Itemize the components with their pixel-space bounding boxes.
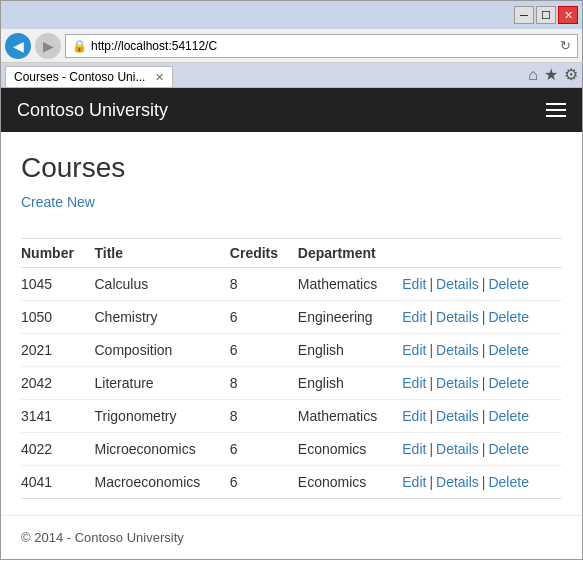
delete-link[interactable]: Delete [488, 474, 528, 490]
action-separator: | [429, 342, 433, 358]
brand-label: Contoso University [17, 100, 168, 121]
cell-actions: Edit | Details | Delete [402, 301, 562, 334]
window-controls: ─ ☐ ✕ [514, 6, 578, 24]
cell-actions: Edit | Details | Delete [402, 268, 562, 301]
action-separator: | [482, 441, 486, 457]
delete-link[interactable]: Delete [488, 276, 528, 292]
details-link[interactable]: Details [436, 408, 479, 424]
cell-department: Economics [298, 433, 402, 466]
cell-number: 2042 [21, 367, 95, 400]
col-header-number: Number [21, 239, 95, 268]
edit-link[interactable]: Edit [402, 441, 426, 457]
edit-link[interactable]: Edit [402, 342, 426, 358]
cell-credits: 8 [230, 367, 298, 400]
table-row: 1045Calculus8MathematicsEdit | Details |… [21, 268, 562, 301]
delete-link[interactable]: Delete [488, 309, 528, 325]
cell-department: Engineering [298, 301, 402, 334]
edit-link[interactable]: Edit [402, 309, 426, 325]
cell-actions: Edit | Details | Delete [402, 400, 562, 433]
table-row: 1050Chemistry6EngineeringEdit | Details … [21, 301, 562, 334]
cell-actions: Edit | Details | Delete [402, 433, 562, 466]
cell-number: 3141 [21, 400, 95, 433]
action-separator: | [482, 408, 486, 424]
action-separator: | [482, 276, 486, 292]
edit-link[interactable]: Edit [402, 474, 426, 490]
favorites-icon[interactable]: ★ [544, 65, 558, 84]
cell-title: Composition [95, 334, 230, 367]
details-link[interactable]: Details [436, 276, 479, 292]
cell-number: 4022 [21, 433, 95, 466]
create-new-link[interactable]: Create New [21, 194, 95, 210]
details-link[interactable]: Details [436, 375, 479, 391]
delete-link[interactable]: Delete [488, 408, 528, 424]
tab-bar: Courses - Contoso Uni... ✕ ⌂ ★ ⚙ [1, 63, 582, 88]
delete-link[interactable]: Delete [488, 441, 528, 457]
details-link[interactable]: Details [436, 474, 479, 490]
cell-department: Mathematics [298, 400, 402, 433]
refresh-icon[interactable]: ↻ [560, 38, 571, 53]
menu-button[interactable] [546, 103, 566, 117]
courses-table: Number Title Credits Department 1045Calc… [21, 238, 562, 499]
cell-actions: Edit | Details | Delete [402, 334, 562, 367]
action-separator: | [482, 474, 486, 490]
action-separator: | [482, 309, 486, 325]
cell-credits: 6 [230, 433, 298, 466]
browser-toolbar: ◀ ▶ 🔒 ↻ [1, 29, 582, 63]
maximize-button[interactable]: ☐ [536, 6, 556, 24]
home-icon[interactable]: ⌂ [528, 66, 538, 84]
cell-department: Economics [298, 466, 402, 499]
address-bar[interactable]: 🔒 ↻ [65, 34, 578, 58]
minimize-button[interactable]: ─ [514, 6, 534, 24]
table-header-row: Number Title Credits Department [21, 239, 562, 268]
app-navbar: Contoso University [1, 88, 582, 132]
cell-number: 1050 [21, 301, 95, 334]
edit-link[interactable]: Edit [402, 408, 426, 424]
action-separator: | [482, 375, 486, 391]
table-row: 2021Composition6EnglishEdit | Details | … [21, 334, 562, 367]
cell-title: Microeconomics [95, 433, 230, 466]
edit-link[interactable]: Edit [402, 375, 426, 391]
cell-title: Calculus [95, 268, 230, 301]
action-separator: | [429, 408, 433, 424]
cell-title: Chemistry [95, 301, 230, 334]
forward-button[interactable]: ▶ [35, 33, 61, 59]
action-separator: | [429, 474, 433, 490]
col-header-actions [402, 239, 562, 268]
action-separator: | [429, 276, 433, 292]
address-input[interactable] [91, 39, 556, 53]
delete-link[interactable]: Delete [488, 375, 528, 391]
table-row: 2042Literature8EnglishEdit | Details | D… [21, 367, 562, 400]
settings-icon[interactable]: ⚙ [564, 65, 578, 84]
action-separator: | [429, 441, 433, 457]
main-content: Courses Create New Number Title Credits … [1, 132, 582, 515]
col-header-title: Title [95, 239, 230, 268]
title-bar: ─ ☐ ✕ [1, 1, 582, 29]
footer-text: © 2014 - Contoso University [21, 530, 184, 545]
active-tab[interactable]: Courses - Contoso Uni... ✕ [5, 66, 173, 87]
table-row: 4022Microeconomics6EconomicsEdit | Detai… [21, 433, 562, 466]
action-separator: | [482, 342, 486, 358]
close-button[interactable]: ✕ [558, 6, 578, 24]
hamburger-line-1 [546, 103, 566, 105]
footer: © 2014 - Contoso University [1, 515, 582, 559]
details-link[interactable]: Details [436, 309, 479, 325]
cell-title: Trigonometry [95, 400, 230, 433]
col-header-department: Department [298, 239, 402, 268]
cell-title: Macroeconomics [95, 466, 230, 499]
col-header-credits: Credits [230, 239, 298, 268]
delete-link[interactable]: Delete [488, 342, 528, 358]
tab-close-button[interactable]: ✕ [155, 71, 164, 84]
back-button[interactable]: ◀ [5, 33, 31, 59]
cell-number: 1045 [21, 268, 95, 301]
cell-department: English [298, 367, 402, 400]
table-row: 3141Trigonometry8MathematicsEdit | Detai… [21, 400, 562, 433]
cell-credits: 8 [230, 268, 298, 301]
details-link[interactable]: Details [436, 342, 479, 358]
cell-department: English [298, 334, 402, 367]
details-link[interactable]: Details [436, 441, 479, 457]
cell-number: 2021 [21, 334, 95, 367]
action-separator: | [429, 309, 433, 325]
edit-link[interactable]: Edit [402, 276, 426, 292]
cell-credits: 8 [230, 400, 298, 433]
cell-department: Mathematics [298, 268, 402, 301]
